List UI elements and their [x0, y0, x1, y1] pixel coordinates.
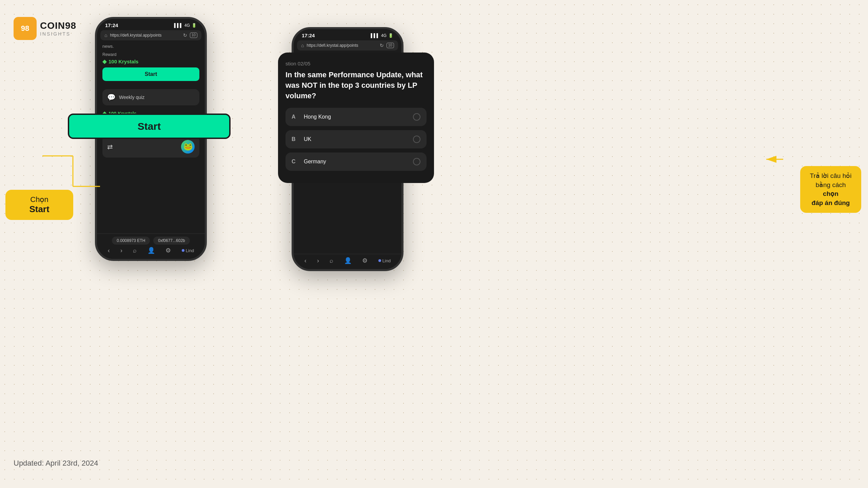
left-wallet-address: 0xf0677...602b — [153, 237, 190, 245]
left-quiz-card: 💬 Weekly quiz — [102, 89, 199, 105]
overlay-option-text: Hong Kong — [304, 114, 408, 120]
right-url-text: https://defi.krystal.app/points — [307, 43, 377, 48]
right-settings-icon[interactable]: ⚙ — [362, 257, 368, 264]
eth-icon — [182, 249, 184, 252]
overlay-option-text: Germany — [304, 159, 408, 165]
annotation-answer-line1: Trả lời câu hỏi — [810, 172, 852, 179]
battery-icon: 🔋 — [192, 23, 197, 28]
right-search-icon[interactable]: ⌕ — [330, 257, 333, 264]
right-signal-icon: ▌▌▌ — [371, 33, 379, 38]
left-start-button[interactable]: Start — [102, 67, 199, 81]
nft-card: ⇄ 🐸 — [102, 136, 199, 158]
signal-icon: ▌▌▌ — [174, 23, 183, 28]
right-back-icon[interactable]: ‹ — [304, 257, 307, 264]
quiz-icon: 💬 — [107, 93, 116, 101]
left-reward-section: Reward ◆ 100 Krystals Start — [97, 50, 205, 86]
left-reward-value: ◆ 100 Krystals — [102, 58, 199, 65]
annotation-answer-box: Trả lời câu hỏi bằng cách chọn đáp án đú… — [800, 166, 861, 213]
back-icon[interactable]: ‹ — [108, 247, 110, 254]
right-bottom-nav: ‹ › ⌕ 👤 ⚙ Lind — [294, 254, 401, 269]
right-home-icon: ⌂ — [301, 43, 304, 48]
annotation-start-box: Chọn Start — [5, 190, 73, 220]
right-nav-lind: Lind — [378, 258, 391, 263]
left-nav-icons[interactable]: ‹ › ⌕ 👤 ⚙ Lind — [97, 247, 205, 254]
quiz-overlay-question: In the same Performance Update, what was… — [285, 70, 427, 101]
right-tab-count: 10 — [387, 43, 394, 48]
annotation-answer-line4: đáp án đúng — [812, 199, 850, 206]
nft-avatar: 🐸 — [181, 140, 195, 154]
weekly-quiz-label: Weekly quiz — [119, 95, 144, 100]
right-status-bar: 17:24 ▌▌▌ 4G 🔋 — [294, 29, 401, 40]
logo-title: COIN98 — [40, 20, 76, 31]
overlay-option-radio — [413, 136, 420, 143]
quiz-overlay-option-item[interactable]: A Hong Kong — [285, 108, 427, 126]
quiz-overlay-option-item[interactable]: C Germany — [285, 152, 427, 171]
left-eth-amount: 0.0008973 ETH — [112, 237, 150, 245]
right-status-time: 17:24 — [302, 33, 315, 38]
left-status-icons: ▌▌▌ 4G 🔋 — [174, 23, 197, 28]
swap-icon: ⇄ — [107, 143, 113, 151]
arrow-to-answer — [763, 149, 790, 169]
right-url-actions: ↻ 10 — [380, 43, 394, 48]
diamond-icon: ◆ — [102, 58, 106, 65]
logo-icon: 98 — [14, 17, 37, 40]
logo-text: COIN98 INSIGHTS — [40, 20, 76, 37]
logo-subtitle: INSIGHTS — [40, 31, 76, 37]
quiz-overlay-option-item[interactable]: B UK — [285, 130, 427, 148]
right-forward-icon[interactable]: › — [317, 257, 319, 264]
overlay-option-letter: B — [292, 136, 298, 142]
right-users-icon[interactable]: 👤 — [344, 257, 352, 264]
updated-date: Updated: April 23rd, 2024 — [14, 459, 98, 468]
right-url-bar[interactable]: ⌂ https://defi.krystal.app/points ↻ 10 — [297, 40, 398, 50]
left-news-text: news. — [97, 42, 205, 50]
logo-area: 98 COIN98 INSIGHTS — [14, 17, 76, 40]
refresh-icon[interactable]: ↻ — [183, 33, 187, 38]
users-icon[interactable]: 👤 — [147, 247, 155, 254]
right-nav-icons[interactable]: ‹ › ⌕ 👤 ⚙ Lind — [294, 257, 401, 264]
left-nav-address-bar: 0.0008973 ETH 0xf0677...602b — [97, 237, 205, 245]
overlay-option-letter: A — [292, 114, 298, 120]
forward-icon[interactable]: › — [120, 247, 122, 254]
annotation-answer-line2: bằng cách — [815, 181, 846, 188]
overlay-option-letter: C — [292, 159, 298, 165]
overlay-option-radio — [413, 158, 420, 165]
left-url-actions: ↻ 10 — [183, 33, 197, 38]
left-url-bar[interactable]: ⌂ https://defi.krystal.app/points ↻ 10 — [100, 30, 201, 40]
left-url-text: https://defi.krystal.app/points — [110, 33, 180, 38]
right-status-icons: ▌▌▌ 4G 🔋 — [371, 33, 393, 38]
quiz-overlay-panel: stion 02/05 In the same Performance Upda… — [278, 53, 434, 183]
settings-icon[interactable]: ⚙ — [165, 247, 171, 254]
quiz-overlay-options: A Hong Kong B UK C Germany — [285, 108, 427, 171]
left-status-time: 17:24 — [105, 22, 118, 28]
left-phone: 17:24 ▌▌▌ 4G 🔋 ⌂ https://defi.krystal.ap… — [95, 17, 207, 261]
left-tab-count: 10 — [190, 33, 197, 38]
annotation-answer-line3: chọn — [823, 190, 839, 197]
overlay-option-radio — [413, 113, 420, 121]
connector-line-left — [39, 152, 107, 193]
home-icon: ⌂ — [104, 33, 107, 38]
right-battery-icon: 🔋 — [388, 33, 393, 38]
start-highlight-button[interactable]: Start — [68, 114, 231, 139]
annotation-start-line2: Start — [29, 204, 49, 214]
annotation-start-line1: Chọn — [30, 195, 48, 204]
left-nav-lind: Lind — [182, 248, 194, 253]
overlay-option-text: UK — [304, 136, 408, 142]
left-status-bar: 17:24 ▌▌▌ 4G 🔋 — [97, 19, 205, 30]
left-reward-label: Reward — [102, 52, 199, 57]
right-refresh-icon[interactable]: ↻ — [380, 43, 384, 48]
right-eth-icon — [378, 259, 381, 262]
left-bottom-nav: 0.0008973 ETH 0xf0677...602b ‹ › ⌕ 👤 ⚙ L… — [97, 233, 205, 259]
search-icon[interactable]: ⌕ — [133, 247, 137, 254]
quiz-overlay-number: stion 02/05 — [285, 61, 427, 66]
